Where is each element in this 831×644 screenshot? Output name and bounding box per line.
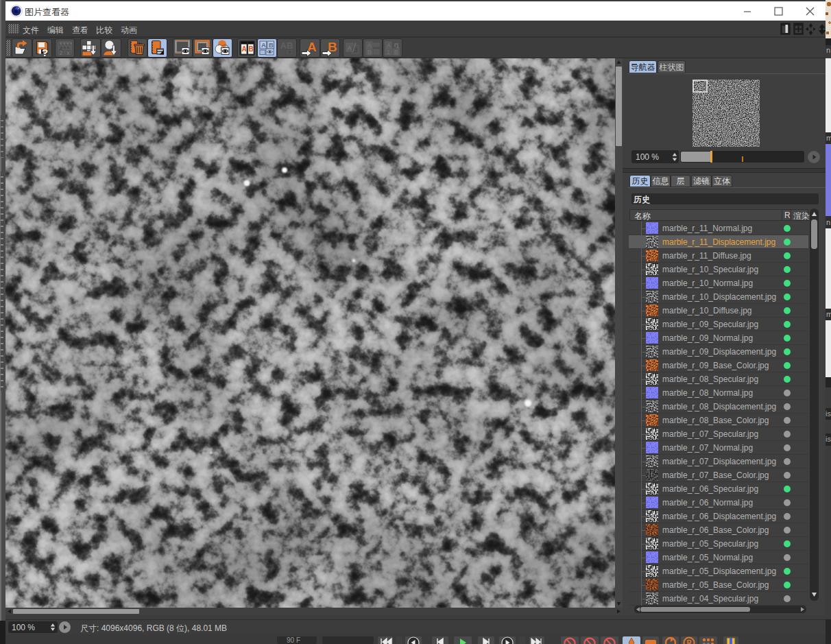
svg-text:2: 2 xyxy=(60,49,63,56)
svg-text:A: A xyxy=(368,42,372,49)
svg-text:B: B xyxy=(248,45,253,53)
svg-text:A: A xyxy=(242,45,247,53)
svg-text:A: A xyxy=(387,42,391,49)
svg-text:?: ? xyxy=(42,47,48,58)
svg-text:B: B xyxy=(394,49,398,56)
svg-text:x: x xyxy=(67,49,70,56)
svg-text:A: A xyxy=(348,45,352,51)
svg-text:B: B xyxy=(269,41,274,49)
svg-text:R: R xyxy=(687,639,692,644)
svg-text:B: B xyxy=(368,49,372,56)
svg-text:A: A xyxy=(261,41,266,49)
svg-text:1: 1 xyxy=(387,49,390,56)
